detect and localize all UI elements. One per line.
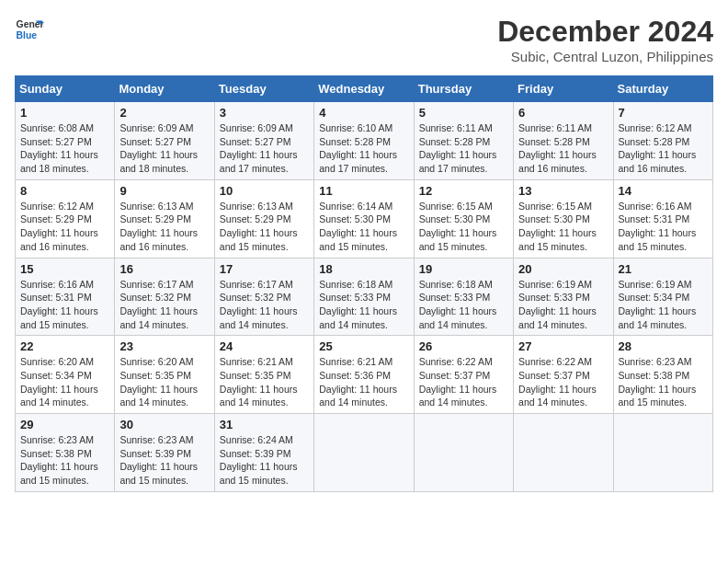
calendar-cell: 5Sunrise: 6:11 AM Sunset: 5:28 PM Daylig… <box>414 102 513 180</box>
day-info: Sunrise: 6:12 AM Sunset: 5:28 PM Dayligh… <box>619 121 708 176</box>
day-info: Sunrise: 6:09 AM Sunset: 5:27 PM Dayligh… <box>119 121 209 176</box>
day-info: Sunrise: 6:11 AM Sunset: 5:28 PM Dayligh… <box>518 121 608 176</box>
day-number: 10 <box>220 184 309 198</box>
day-number: 22 <box>20 339 109 353</box>
calendar-cell: 3Sunrise: 6:09 AM Sunset: 5:27 PM Daylig… <box>214 102 313 180</box>
day-number: 28 <box>619 339 708 353</box>
day-info: Sunrise: 6:22 AM Sunset: 5:37 PM Dayligh… <box>419 355 508 409</box>
day-number: 1 <box>20 106 109 120</box>
day-number: 20 <box>518 262 608 276</box>
calendar-cell: 14Sunrise: 6:16 AM Sunset: 5:31 PM Dayli… <box>613 179 712 258</box>
calendar-cell: 16Sunrise: 6:17 AM Sunset: 5:32 PM Dayli… <box>115 258 214 336</box>
calendar-cell: 27Sunrise: 6:22 AM Sunset: 5:37 PM Dayli… <box>514 336 613 414</box>
calendar-cell: 24Sunrise: 6:21 AM Sunset: 5:35 PM Dayli… <box>214 336 313 414</box>
calendar-cell: 25Sunrise: 6:21 AM Sunset: 5:36 PM Dayli… <box>314 336 414 414</box>
header-tuesday: Tuesday <box>214 76 313 102</box>
calendar-cell: 9Sunrise: 6:13 AM Sunset: 5:29 PM Daylig… <box>115 179 214 258</box>
day-number: 14 <box>619 184 708 198</box>
day-info: Sunrise: 6:24 AM Sunset: 5:39 PM Dayligh… <box>220 433 309 488</box>
calendar-cell: 6Sunrise: 6:11 AM Sunset: 5:28 PM Daylig… <box>514 102 613 180</box>
day-number: 29 <box>20 418 109 431</box>
day-info: Sunrise: 6:23 AM Sunset: 5:39 PM Dayligh… <box>119 433 209 488</box>
day-number: 24 <box>220 339 309 353</box>
calendar-cell <box>414 414 513 492</box>
day-number: 11 <box>319 184 408 198</box>
day-number: 26 <box>419 339 508 353</box>
day-info: Sunrise: 6:13 AM Sunset: 5:29 PM Dayligh… <box>220 200 309 254</box>
calendar-cell: 28Sunrise: 6:23 AM Sunset: 5:38 PM Dayli… <box>613 336 712 414</box>
calendar-cell: 4Sunrise: 6:10 AM Sunset: 5:28 PM Daylig… <box>314 102 414 180</box>
header-saturday: Saturday <box>613 76 712 102</box>
day-info: Sunrise: 6:20 AM Sunset: 5:34 PM Dayligh… <box>20 355 109 409</box>
logo: General Blue <box>15 15 44 44</box>
day-number: 19 <box>419 262 508 276</box>
page-header: General Blue December 2024 Subic, Centra… <box>15 15 713 64</box>
calendar-cell <box>514 414 613 492</box>
day-number: 31 <box>220 418 309 431</box>
day-info: Sunrise: 6:19 AM Sunset: 5:33 PM Dayligh… <box>518 278 608 332</box>
day-number: 7 <box>619 106 708 120</box>
calendar-week-4: 22Sunrise: 6:20 AM Sunset: 5:34 PM Dayli… <box>16 336 713 414</box>
calendar-cell: 10Sunrise: 6:13 AM Sunset: 5:29 PM Dayli… <box>214 179 313 258</box>
calendar-cell: 31Sunrise: 6:24 AM Sunset: 5:39 PM Dayli… <box>214 414 313 492</box>
day-info: Sunrise: 6:10 AM Sunset: 5:28 PM Dayligh… <box>319 121 408 176</box>
day-info: Sunrise: 6:14 AM Sunset: 5:30 PM Dayligh… <box>319 200 408 254</box>
day-info: Sunrise: 6:17 AM Sunset: 5:32 PM Dayligh… <box>220 278 309 332</box>
calendar-cell: 30Sunrise: 6:23 AM Sunset: 5:39 PM Dayli… <box>115 414 214 492</box>
day-number: 30 <box>119 418 209 431</box>
calendar-cell: 21Sunrise: 6:19 AM Sunset: 5:34 PM Dayli… <box>613 258 712 336</box>
calendar-cell <box>613 414 712 492</box>
day-number: 4 <box>319 106 408 120</box>
day-info: Sunrise: 6:18 AM Sunset: 5:33 PM Dayligh… <box>419 278 508 332</box>
day-number: 13 <box>518 184 608 198</box>
day-info: Sunrise: 6:15 AM Sunset: 5:30 PM Dayligh… <box>518 200 608 254</box>
calendar-cell: 15Sunrise: 6:16 AM Sunset: 5:31 PM Dayli… <box>16 258 115 336</box>
day-info: Sunrise: 6:18 AM Sunset: 5:33 PM Dayligh… <box>319 278 408 332</box>
header-wednesday: Wednesday <box>314 76 414 102</box>
day-info: Sunrise: 6:20 AM Sunset: 5:35 PM Dayligh… <box>119 355 209 409</box>
day-number: 18 <box>319 262 408 276</box>
svg-text:Blue: Blue <box>17 30 38 40</box>
day-info: Sunrise: 6:21 AM Sunset: 5:35 PM Dayligh… <box>220 355 309 409</box>
location: Subic, Central Luzon, Philippines <box>497 49 713 64</box>
day-number: 2 <box>119 106 209 120</box>
day-number: 16 <box>119 262 209 276</box>
calendar-cell: 7Sunrise: 6:12 AM Sunset: 5:28 PM Daylig… <box>613 102 712 180</box>
day-number: 23 <box>119 339 209 353</box>
calendar-cell: 13Sunrise: 6:15 AM Sunset: 5:30 PM Dayli… <box>514 179 613 258</box>
calendar-cell: 18Sunrise: 6:18 AM Sunset: 5:33 PM Dayli… <box>314 258 414 336</box>
calendar-cell: 29Sunrise: 6:23 AM Sunset: 5:38 PM Dayli… <box>16 414 115 492</box>
calendar-cell: 11Sunrise: 6:14 AM Sunset: 5:30 PM Dayli… <box>314 179 414 258</box>
day-info: Sunrise: 6:16 AM Sunset: 5:31 PM Dayligh… <box>20 278 109 332</box>
day-number: 12 <box>419 184 508 198</box>
month-title: December 2024 <box>497 15 713 49</box>
calendar-cell: 1Sunrise: 6:08 AM Sunset: 5:27 PM Daylig… <box>16 102 115 180</box>
day-number: 15 <box>20 262 109 276</box>
calendar-table: SundayMondayTuesdayWednesdayThursdayFrid… <box>15 75 713 492</box>
calendar-cell <box>314 414 414 492</box>
day-number: 8 <box>20 184 109 198</box>
day-info: Sunrise: 6:22 AM Sunset: 5:37 PM Dayligh… <box>518 355 608 409</box>
calendar-week-1: 1Sunrise: 6:08 AM Sunset: 5:27 PM Daylig… <box>16 102 713 180</box>
day-info: Sunrise: 6:11 AM Sunset: 5:28 PM Dayligh… <box>419 121 508 176</box>
calendar-cell: 22Sunrise: 6:20 AM Sunset: 5:34 PM Dayli… <box>16 336 115 414</box>
day-info: Sunrise: 6:09 AM Sunset: 5:27 PM Dayligh… <box>220 121 309 176</box>
day-info: Sunrise: 6:17 AM Sunset: 5:32 PM Dayligh… <box>119 278 209 332</box>
day-info: Sunrise: 6:19 AM Sunset: 5:34 PM Dayligh… <box>619 278 708 332</box>
day-number: 25 <box>319 339 408 353</box>
logo-icon: General Blue <box>15 15 44 44</box>
day-number: 27 <box>518 339 608 353</box>
calendar-week-5: 29Sunrise: 6:23 AM Sunset: 5:38 PM Dayli… <box>16 414 713 492</box>
day-info: Sunrise: 6:23 AM Sunset: 5:38 PM Dayligh… <box>20 433 109 488</box>
day-info: Sunrise: 6:15 AM Sunset: 5:30 PM Dayligh… <box>419 200 508 254</box>
calendar-header-row: SundayMondayTuesdayWednesdayThursdayFrid… <box>16 76 713 102</box>
header-thursday: Thursday <box>414 76 513 102</box>
day-info: Sunrise: 6:16 AM Sunset: 5:31 PM Dayligh… <box>619 200 708 254</box>
day-info: Sunrise: 6:23 AM Sunset: 5:38 PM Dayligh… <box>619 355 708 409</box>
day-number: 17 <box>220 262 309 276</box>
header-sunday: Sunday <box>16 76 115 102</box>
day-info: Sunrise: 6:12 AM Sunset: 5:29 PM Dayligh… <box>20 200 109 254</box>
day-number: 21 <box>619 262 708 276</box>
calendar-week-3: 15Sunrise: 6:16 AM Sunset: 5:31 PM Dayli… <box>16 258 713 336</box>
calendar-cell: 17Sunrise: 6:17 AM Sunset: 5:32 PM Dayli… <box>214 258 313 336</box>
